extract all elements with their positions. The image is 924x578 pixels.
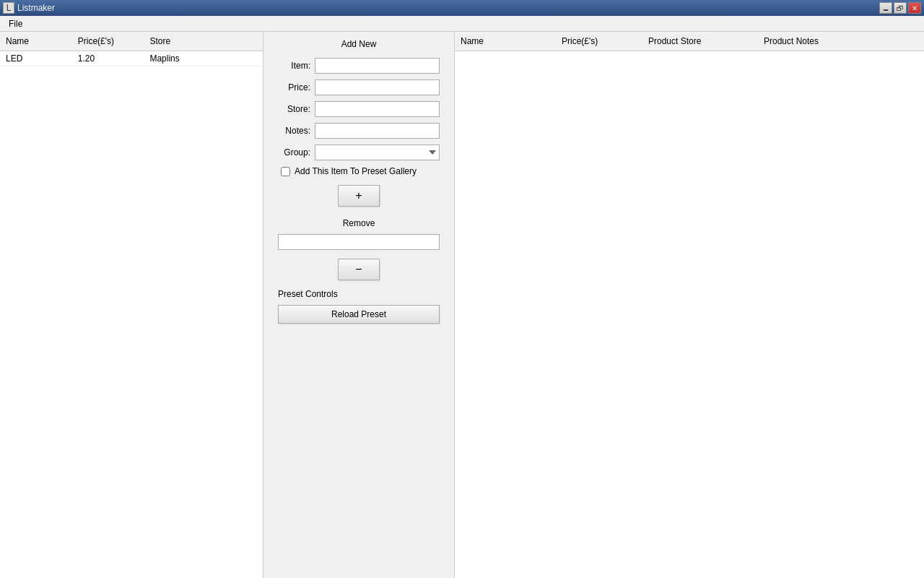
group-row: Group: (278, 144, 440, 160)
left-table-header: Name Price(£'s) Store (0, 32, 263, 51)
store-row: Store: (278, 101, 440, 117)
right-col-header-notes: Product Notes (758, 35, 902, 48)
preset-checkbox-row: Add This Item To Preset Gallery (281, 166, 440, 176)
price-input[interactable] (315, 79, 440, 95)
right-col-header-name: Name (455, 35, 556, 48)
left-table-body: LED 1.20 Maplins (0, 51, 263, 578)
price-row: Price: (278, 79, 440, 95)
main-content: Name Price(£'s) Store LED 1.20 Maplins A… (0, 32, 924, 578)
close-button[interactable]: ✕ (908, 2, 921, 14)
title-bar-left: L Listmaker (3, 2, 55, 14)
minimize-button[interactable]: 🗕 (879, 2, 892, 14)
left-col-header-store: Store (144, 35, 237, 48)
row-name: LED (0, 51, 72, 66)
restore-button[interactable]: 🗗 (894, 2, 907, 14)
left-col-header-extra (237, 35, 263, 48)
row-store: Maplins (144, 51, 237, 66)
notes-label: Notes: (278, 126, 310, 136)
right-col-header-store: Product Store (642, 35, 758, 48)
preset-controls-title: Preset Controls (278, 289, 440, 299)
price-label: Price: (278, 82, 310, 92)
row-price: 1.20 (72, 51, 144, 66)
title-bar: L Listmaker 🗕 🗗 ✕ (0, 0, 924, 16)
notes-row: Notes: (278, 123, 440, 139)
app-icon: L (3, 2, 14, 14)
item-row: Item: (278, 58, 440, 74)
add-new-title: Add New (278, 39, 440, 49)
table-row[interactable]: LED 1.20 Maplins (0, 51, 263, 66)
preset-checkbox[interactable] (281, 167, 290, 176)
menu-bar: File (0, 16, 924, 32)
file-menu[interactable]: File (3, 17, 28, 30)
store-label: Store: (278, 104, 310, 114)
left-panel: Name Price(£'s) Store LED 1.20 Maplins (0, 32, 263, 578)
remove-button[interactable]: − (338, 259, 380, 280)
right-table-header: Name Price(£'s) Product Store Product No… (455, 32, 924, 51)
left-col-header-name: Name (0, 35, 72, 48)
left-col-header-price: Price(£'s) (72, 35, 144, 48)
preset-checkbox-label: Add This Item To Preset Gallery (295, 166, 417, 176)
right-col-header-price: Price(£'s) (556, 35, 642, 48)
remove-input[interactable] (278, 234, 440, 250)
right-panel: Name Price(£'s) Product Store Product No… (455, 32, 924, 578)
group-label: Group: (278, 147, 310, 158)
row-extra (237, 51, 263, 66)
item-label: Item: (278, 61, 310, 71)
middle-panel: Add New Item: Price: Store: Notes: Group… (263, 32, 455, 578)
notes-input[interactable] (315, 123, 440, 139)
add-button[interactable]: + (338, 185, 380, 207)
window-controls: 🗕 🗗 ✕ (879, 2, 921, 14)
title-text: Listmaker (17, 3, 55, 13)
remove-title: Remove (278, 218, 440, 228)
item-input[interactable] (315, 58, 440, 74)
right-table-body (455, 51, 924, 578)
reload-preset-button[interactable]: Reload Preset (278, 305, 440, 324)
store-input[interactable] (315, 101, 440, 117)
group-select[interactable] (315, 144, 440, 160)
right-col-header-extra (902, 35, 924, 48)
